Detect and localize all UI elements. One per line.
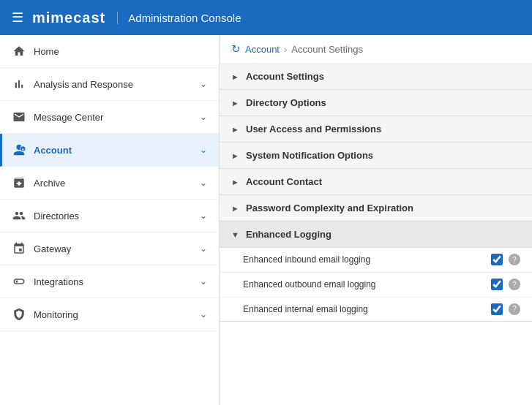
sidebar-item-home[interactable]: Home xyxy=(0,35,219,68)
sidebar-item-integrations[interactable]: Integrations ⌄ xyxy=(0,265,219,298)
gateway-icon xyxy=(12,241,26,256)
internal-help-icon[interactable]: ? xyxy=(509,303,520,315)
password-complexity-arrow: ► xyxy=(231,204,240,213)
logging-row-internal: Enhanced internal email logging ? xyxy=(220,298,532,322)
analysis-chevron: ⌄ xyxy=(200,79,207,89)
archive-chevron: ⌄ xyxy=(200,178,207,188)
section-password-complexity[interactable]: ► Password Complexity and Expiration xyxy=(220,195,532,222)
home-icon xyxy=(12,44,26,58)
integrations-label: Integrations xyxy=(34,276,192,287)
menu-icon[interactable]: ☰ xyxy=(12,10,23,26)
app-title: Administration Console xyxy=(117,12,241,24)
inbound-logging-checkbox[interactable] xyxy=(491,254,503,265)
system-notification-label: System Notification Options xyxy=(246,150,373,161)
internal-logging-checkbox[interactable] xyxy=(491,303,503,315)
account-contact-arrow: ► xyxy=(231,178,240,186)
message-center-label: Message Center xyxy=(34,112,192,123)
logging-row-outbound: Enhanced outbound email logging ? xyxy=(220,273,532,298)
account-chevron: ⌄ xyxy=(200,145,207,155)
sidebar-item-archive[interactable]: Archive ⌄ xyxy=(0,167,219,200)
inbound-logging-label: Enhanced inbound email logging xyxy=(243,254,485,266)
directories-label: Directories xyxy=(34,211,192,222)
sidebar-item-monitoring[interactable]: Monitoring ⌄ xyxy=(0,298,219,331)
enhanced-logging-arrow: ▼ xyxy=(231,230,240,239)
outbound-logging-label: Enhanced outbound email logging xyxy=(243,279,485,291)
message-center-chevron: ⌄ xyxy=(200,112,207,122)
section-account-contact[interactable]: ► Account Contact xyxy=(220,169,532,195)
enhanced-logging-body: Enhanced inbound email logging ? Enhance… xyxy=(220,248,532,322)
account-settings-label: Account Settings xyxy=(246,71,324,82)
refresh-icon[interactable]: ↻ xyxy=(231,42,241,56)
account-label: Account xyxy=(34,145,192,156)
main-content: ↻ Account › Account Settings ► Account S… xyxy=(220,35,532,405)
directories-icon xyxy=(12,208,26,223)
inbound-help-icon[interactable]: ? xyxy=(509,254,520,265)
enhanced-logging-label: Enhanced Logging xyxy=(246,229,331,240)
sidebar-item-analysis[interactable]: Analysis and Response ⌄ xyxy=(0,68,219,101)
outbound-help-icon[interactable]: ? xyxy=(509,279,520,290)
archive-label: Archive xyxy=(34,178,192,189)
monitoring-icon xyxy=(12,307,26,322)
integrations-chevron: ⌄ xyxy=(200,276,207,287)
monitoring-label: Monitoring xyxy=(34,309,192,320)
section-enhanced-logging[interactable]: ▼ Enhanced Logging xyxy=(220,222,532,248)
sidebar: Home Analysis and Response ⌄ Message Cen… xyxy=(0,35,220,405)
breadcrumb-current: Account Settings xyxy=(291,44,363,55)
section-system-notification[interactable]: ► System Notification Options xyxy=(220,143,532,169)
account-icon: ★ xyxy=(12,143,26,157)
analysis-label: Analysis and Response xyxy=(34,79,192,90)
section-user-access[interactable]: ► User Access and Permissions xyxy=(220,116,532,143)
directories-chevron: ⌄ xyxy=(200,211,207,221)
chart-icon xyxy=(12,77,26,91)
message-icon xyxy=(12,110,26,124)
user-access-arrow: ► xyxy=(231,125,240,134)
breadcrumb-parent[interactable]: Account xyxy=(245,44,280,55)
directory-options-label: Directory Options xyxy=(246,97,326,108)
breadcrumb-separator: › xyxy=(284,44,287,55)
sidebar-item-directories[interactable]: Directories ⌄ xyxy=(0,200,219,232)
top-bar: ☰ mimecast Administration Console xyxy=(0,0,532,35)
system-notification-arrow: ► xyxy=(231,151,240,160)
breadcrumb: ↻ Account › Account Settings xyxy=(220,35,532,64)
internal-logging-label: Enhanced internal email logging xyxy=(243,303,485,316)
user-access-label: User Access and Permissions xyxy=(246,124,381,135)
section-directory-options[interactable]: ► Directory Options xyxy=(220,90,532,116)
logging-row-inbound: Enhanced inbound email logging ? xyxy=(220,248,532,273)
logo: mimecast xyxy=(32,10,105,26)
sidebar-item-gateway[interactable]: Gateway ⌄ xyxy=(0,232,219,265)
outbound-logging-checkbox[interactable] xyxy=(491,279,503,290)
sidebar-item-account[interactable]: ★ Account ⌄ xyxy=(0,134,219,167)
account-settings-arrow: ► xyxy=(231,72,240,81)
archive-icon xyxy=(12,175,26,190)
sidebar-item-message-center[interactable]: Message Center ⌄ xyxy=(0,101,219,134)
directory-options-arrow: ► xyxy=(231,99,240,107)
password-complexity-label: Password Complexity and Expiration xyxy=(246,202,413,213)
gateway-label: Gateway xyxy=(34,243,192,254)
integrations-icon xyxy=(12,274,26,289)
account-contact-label: Account Contact xyxy=(246,176,322,187)
gateway-chevron: ⌄ xyxy=(200,243,207,254)
section-account-settings[interactable]: ► Account Settings xyxy=(220,64,532,90)
main-layout: Home Analysis and Response ⌄ Message Cen… xyxy=(0,35,532,405)
monitoring-chevron: ⌄ xyxy=(200,309,207,319)
home-label: Home xyxy=(34,46,207,57)
